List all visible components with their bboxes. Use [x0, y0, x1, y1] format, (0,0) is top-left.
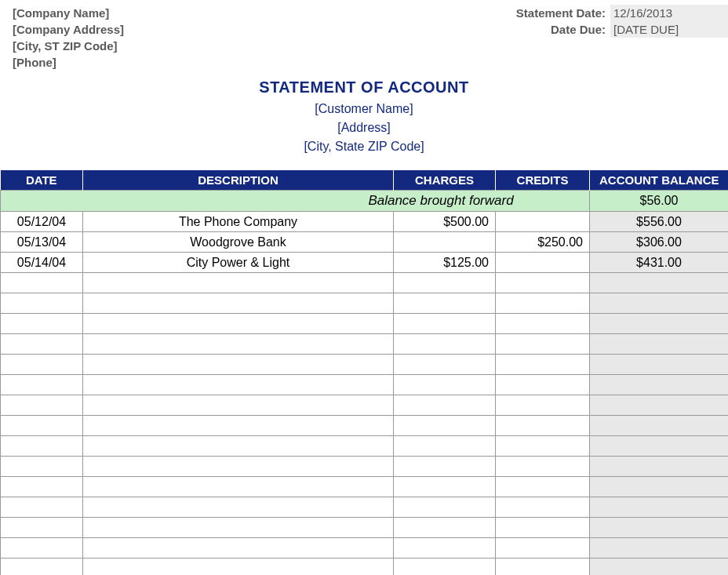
empty-cell[interactable]: [590, 334, 729, 355]
empty-cell[interactable]: [394, 477, 496, 497]
empty-cell[interactable]: [394, 538, 496, 559]
empty-cell[interactable]: [394, 416, 496, 436]
empty-cell[interactable]: [1, 477, 83, 497]
empty-cell[interactable]: [83, 497, 394, 518]
empty-cell[interactable]: [496, 436, 590, 457]
empty-cell[interactable]: [83, 334, 394, 355]
balance-forward-value[interactable]: $56.00: [590, 191, 729, 212]
empty-cell[interactable]: [496, 355, 590, 375]
empty-cell[interactable]: [83, 416, 394, 436]
empty-cell[interactable]: [496, 457, 590, 477]
empty-cell[interactable]: [83, 375, 394, 395]
cell-credits[interactable]: [496, 212, 590, 232]
empty-cell[interactable]: [496, 293, 590, 314]
empty-cell[interactable]: [1, 293, 83, 314]
header-balance: ACCOUNT BALANCE: [590, 170, 729, 191]
empty-cell[interactable]: [394, 355, 496, 375]
cell-date[interactable]: 05/14/04: [1, 253, 83, 273]
statement-date-label: Statement Date:: [469, 5, 610, 21]
empty-cell[interactable]: [590, 477, 729, 497]
empty-cell[interactable]: [496, 334, 590, 355]
table-row: [1, 477, 729, 497]
statement-title: STATEMENT OF ACCOUNT: [0, 78, 728, 96]
empty-cell[interactable]: [590, 436, 729, 457]
empty-cell[interactable]: [1, 314, 83, 334]
empty-cell[interactable]: [496, 416, 590, 436]
empty-cell[interactable]: [1, 457, 83, 477]
cell-credits[interactable]: [496, 253, 590, 273]
balance-forward-label: Balance brought forward: [1, 191, 590, 212]
empty-cell[interactable]: [394, 314, 496, 334]
empty-cell[interactable]: [590, 355, 729, 375]
statement-date-value[interactable]: 12/16/2013: [610, 5, 728, 21]
cell-charges[interactable]: $500.00: [394, 212, 496, 232]
empty-cell[interactable]: [496, 273, 590, 293]
empty-cell[interactable]: [1, 395, 83, 416]
empty-cell[interactable]: [590, 273, 729, 293]
empty-cell[interactable]: [590, 395, 729, 416]
empty-cell[interactable]: [590, 375, 729, 395]
empty-cell[interactable]: [394, 395, 496, 416]
empty-cell[interactable]: [590, 314, 729, 334]
empty-cell[interactable]: [1, 355, 83, 375]
empty-cell[interactable]: [590, 293, 729, 314]
empty-cell[interactable]: [590, 538, 729, 559]
empty-cell[interactable]: [83, 293, 394, 314]
cell-description[interactable]: The Phone Company: [83, 212, 394, 232]
empty-cell[interactable]: [394, 375, 496, 395]
empty-cell[interactable]: [1, 416, 83, 436]
empty-cell[interactable]: [496, 497, 590, 518]
date-due-value[interactable]: [DATE DUE]: [610, 21, 728, 38]
empty-cell[interactable]: [83, 518, 394, 538]
empty-cell[interactable]: [1, 375, 83, 395]
empty-cell[interactable]: [394, 436, 496, 457]
empty-cell[interactable]: [83, 477, 394, 497]
empty-cell[interactable]: [496, 477, 590, 497]
empty-cell[interactable]: [394, 457, 496, 477]
empty-cell[interactable]: [1, 334, 83, 355]
cell-date[interactable]: 05/13/04: [1, 232, 83, 253]
empty-cell[interactable]: [1, 436, 83, 457]
empty-cell[interactable]: [496, 538, 590, 559]
cell-balance[interactable]: $556.00: [590, 212, 729, 232]
empty-cell[interactable]: [496, 518, 590, 538]
empty-cell[interactable]: [1, 559, 83, 576]
cell-charges[interactable]: $125.00: [394, 253, 496, 273]
empty-cell[interactable]: [394, 334, 496, 355]
cell-description[interactable]: City Power & Light: [83, 253, 394, 273]
empty-cell[interactable]: [590, 416, 729, 436]
empty-cell[interactable]: [83, 559, 394, 576]
empty-cell[interactable]: [394, 518, 496, 538]
empty-cell[interactable]: [1, 538, 83, 559]
empty-cell[interactable]: [496, 395, 590, 416]
cell-balance[interactable]: $431.00: [590, 253, 729, 273]
empty-cell[interactable]: [1, 497, 83, 518]
empty-cell[interactable]: [83, 436, 394, 457]
empty-cell[interactable]: [496, 559, 590, 576]
empty-cell[interactable]: [1, 518, 83, 538]
empty-cell[interactable]: [590, 497, 729, 518]
cell-date[interactable]: 05/12/04: [1, 212, 83, 232]
empty-cell[interactable]: [590, 518, 729, 538]
table-row: [1, 293, 729, 314]
empty-cell[interactable]: [83, 273, 394, 293]
empty-cell[interactable]: [1, 273, 83, 293]
cell-balance[interactable]: $306.00: [590, 232, 729, 253]
empty-cell[interactable]: [394, 293, 496, 314]
empty-cell[interactable]: [394, 559, 496, 576]
empty-cell[interactable]: [496, 375, 590, 395]
empty-cell[interactable]: [83, 538, 394, 559]
empty-cell[interactable]: [496, 314, 590, 334]
empty-cell[interactable]: [590, 457, 729, 477]
date-due-label: Date Due:: [469, 21, 610, 38]
empty-cell[interactable]: [83, 395, 394, 416]
empty-cell[interactable]: [590, 559, 729, 576]
cell-credits[interactable]: $250.00: [496, 232, 590, 253]
empty-cell[interactable]: [394, 273, 496, 293]
empty-cell[interactable]: [394, 497, 496, 518]
cell-description[interactable]: Woodgrove Bank: [83, 232, 394, 253]
cell-charges[interactable]: [394, 232, 496, 253]
empty-cell[interactable]: [83, 355, 394, 375]
empty-cell[interactable]: [83, 314, 394, 334]
empty-cell[interactable]: [83, 457, 394, 477]
